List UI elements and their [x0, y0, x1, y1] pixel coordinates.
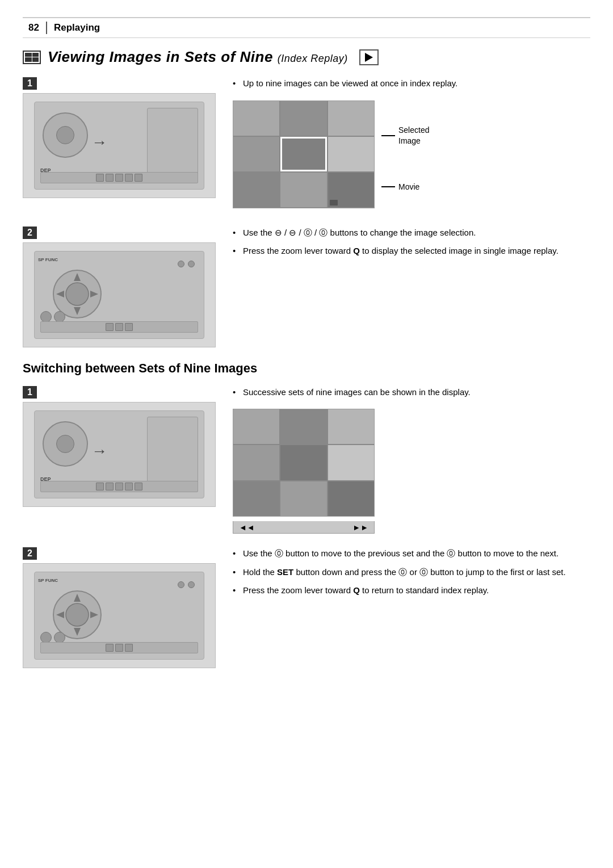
section-icon-inner	[24, 52, 40, 63]
grid-cell-2	[280, 101, 326, 136]
header-title: Replaying	[54, 22, 100, 33]
section2-step2: 2 SP FUNC	[23, 547, 590, 668]
s2-step1-badge-wrap: 1	[23, 386, 216, 401]
camera-diagram-4: SP FUNC	[23, 563, 216, 668]
selected-image-label: SelectedImage	[398, 125, 429, 145]
g2-cell-8	[280, 481, 326, 516]
sym-circle-zero2: ⓪	[319, 228, 328, 237]
sym-zero-1: ⓪	[275, 548, 283, 558]
set-text: SET	[277, 567, 293, 577]
section1-title-text: Viewing Images in Sets of Nine (Index Re…	[48, 48, 348, 66]
sym-zero-3: ⓪	[398, 567, 407, 577]
step2-bullet1: Use the ⊖ / ⊖ / ⓪ / ⓪ buttons to change …	[233, 227, 590, 240]
step2-bullets: Use the ⊖ / ⊖ / ⓪ / ⓪ buttons to change …	[233, 227, 590, 258]
header-divider	[46, 22, 47, 34]
step2-badge: 2	[23, 227, 37, 239]
play-triangle	[365, 53, 373, 62]
page: 82 Replaying Viewing Images in Sets of N…	[0, 0, 613, 868]
cam-sq-13	[135, 483, 142, 490]
index-grid-2	[233, 409, 375, 517]
circle-btn-3	[40, 632, 52, 643]
circle-btn-2	[54, 311, 65, 322]
cam-sq-2	[106, 174, 114, 182]
g2-cell-2	[280, 409, 326, 444]
q-symbol-1: Q	[353, 246, 360, 255]
nav-left-arrows: ◄◄	[239, 523, 255, 532]
cam-sq-11	[115, 483, 123, 490]
camera-inner-2: SP FUNC	[34, 251, 204, 339]
grid-cell-4	[233, 137, 279, 171]
g2-cell-1	[233, 409, 279, 444]
sym-zero-2: ⓪	[447, 548, 455, 558]
cam-sq-16	[125, 644, 133, 652]
cam-circle-btns-1	[40, 311, 65, 322]
grid-cell-1	[233, 101, 279, 136]
sym-circle-zero: ⓪	[304, 228, 312, 237]
circle-btn-4	[54, 632, 65, 643]
g2-cell-9	[328, 481, 374, 516]
selected-image-label-group: SelectedImage	[381, 125, 429, 145]
s2-step2-right: Use the ⓪ button to move to the previous…	[233, 547, 590, 603]
section1-step2: 2 SP FUNC	[23, 227, 590, 347]
s2-step2-bullets: Use the ⓪ button to move to the previous…	[233, 547, 590, 597]
cam-bottom-strip-1	[40, 172, 198, 183]
cam-sq-12	[125, 483, 133, 490]
g2-cell-7	[233, 481, 279, 516]
cam-dial-1	[43, 112, 88, 158]
step2-badge-wrap: 2	[23, 227, 216, 241]
cam-btn-4	[188, 261, 195, 267]
movie-label-group: Movie	[381, 182, 429, 191]
cam-right-panel-2	[147, 417, 198, 485]
step1-badge-wrap: 1	[23, 77, 216, 92]
q-symbol-2: Q	[353, 585, 360, 595]
step1-badge: 1	[23, 77, 37, 90]
header-bar: 82 Replaying	[23, 17, 590, 38]
sp-func-label-2: SP FUNC	[38, 578, 58, 584]
page-number: 82	[28, 22, 39, 33]
step2-right: Use the ⊖ / ⊖ / ⓪ / ⓪ buttons to change …	[233, 227, 590, 263]
s2-step2-badge: 2	[23, 547, 37, 560]
step2-left: 2 SP FUNC	[23, 227, 216, 347]
section1-step1: 1 → DEP	[23, 77, 590, 213]
camera-inner-4: SP FUNC	[34, 572, 204, 660]
g2-cell-5	[280, 445, 326, 480]
grid-cell-8	[280, 173, 326, 207]
s2-step2-left: 2 SP FUNC	[23, 547, 216, 668]
cam-sq-5	[135, 174, 142, 182]
sp-func-label-1: SP FUNC	[38, 257, 58, 263]
cam-arrow-1: →	[91, 133, 107, 152]
s2-step1-bullets: Successive sets of nine images can be sh…	[233, 386, 590, 399]
selected-dash	[381, 135, 395, 136]
section2-title: Switching between Sets of Nine Images	[23, 361, 590, 376]
svg-point-1	[66, 283, 89, 305]
camera-inner-3: → DEP	[34, 410, 204, 498]
g2-cell-3	[328, 409, 374, 444]
s2-step1-right: Successive sets of nine images can be sh…	[233, 386, 590, 534]
s2-step1-bullet1: Successive sets of nine images can be sh…	[233, 386, 590, 399]
step1-bullets: Up to nine images can be viewed at once …	[233, 77, 590, 90]
cam-btn-3	[178, 261, 184, 267]
svg-point-7	[66, 603, 89, 626]
cam-bottom-strip-3	[40, 481, 198, 492]
circle-btn-1	[40, 311, 52, 322]
cam-sq-7	[115, 323, 123, 331]
icon-cell-3	[25, 57, 32, 62]
s2-step2-bullet1: Use the ⓪ button to move to the previous…	[233, 547, 590, 560]
cam-sq-8	[125, 323, 133, 331]
step1-right: Up to nine images can be viewed at once …	[233, 77, 590, 213]
camera-diagram-1: → DEP	[23, 93, 216, 198]
camera-inner-1: → DEP	[34, 102, 204, 190]
sym-circle-minus: ⊖	[275, 228, 282, 237]
nav-right-arrows: ►►	[352, 523, 368, 532]
cam-sq-4	[125, 174, 133, 182]
replay-icon	[359, 49, 379, 65]
cam-sq-1	[96, 174, 104, 182]
step1-left: 1 → DEP	[23, 77, 216, 198]
cam-sq-9	[96, 483, 104, 490]
index-grid-wrapper-1: SelectedImage Movie	[233, 96, 590, 213]
cam-circle-btns-2	[40, 632, 65, 643]
cam-right-panel-1	[147, 108, 198, 176]
cam-dial-2	[43, 421, 88, 467]
grid-labels: SelectedImage Movie	[381, 96, 429, 204]
s2-step2-badge-wrap: 2	[23, 547, 216, 562]
